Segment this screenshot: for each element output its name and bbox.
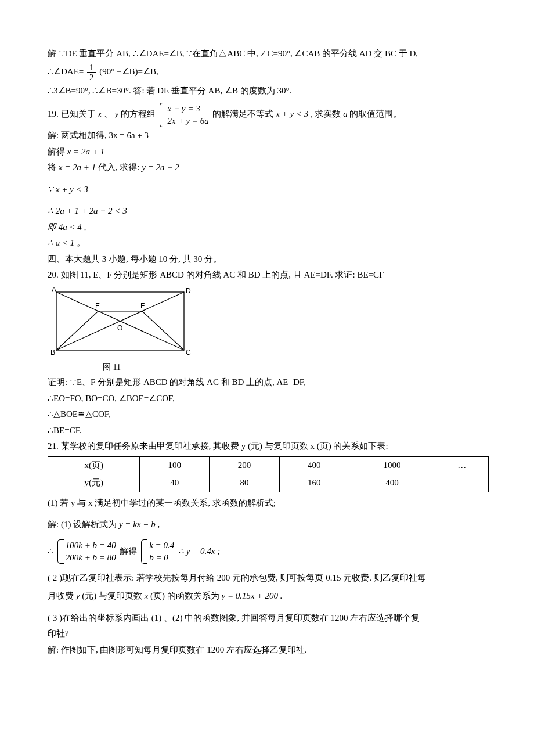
frac-num: 1 <box>87 63 96 73</box>
fraction-one-half: 1 2 <box>87 63 96 82</box>
sys-row1: x − y = 3 <box>168 103 209 115</box>
p21-q2b-b: (元) 与复印页数 <box>82 591 142 600</box>
p21-s3: 解: 作图如下, 由图形可知每月复印页数在 1200 左右应选择乙复印社. <box>48 643 489 658</box>
label-F: F <box>140 302 145 310</box>
p20-proof1: 证明: ∵E、F 分别是矩形 ABCD 的对角线 AC 和 BD 上的点, AE… <box>48 375 489 390</box>
p21-q2b-c: (页) 的函数关系为 <box>150 591 219 600</box>
cell: 400 <box>279 456 349 474</box>
var-x2: x <box>145 591 150 600</box>
label-E: E <box>95 302 100 310</box>
rectangle-diagram: A D B C E F O <box>48 285 193 361</box>
svg-line-3 <box>56 311 98 350</box>
frac-den: 2 <box>87 73 96 82</box>
cell: 400 <box>349 474 435 492</box>
p19-stem: 19. 已知关于 x 、 y 的方程组 x − y = 3 2x + y = 6… <box>48 103 489 127</box>
label-B: B <box>50 348 55 357</box>
p19-sol5: ∴ 2a + 1 + 2a − 2 < 3 <box>48 204 489 219</box>
p19-sol2: 解得 解得 x = 2a + 1x = 2a + 1 <box>48 145 489 160</box>
cell: 1000 <box>349 456 435 474</box>
cell: 200 <box>210 456 279 474</box>
p21-s1a: 解: (1) 设解析式为 <box>48 520 117 529</box>
cell: 160 <box>279 474 349 492</box>
p19-ineq: x + y < 3 <box>276 109 308 118</box>
var-x: x <box>98 109 102 118</box>
p18-l2a: ∴∠DAE= <box>48 67 84 76</box>
cell: … <box>435 456 489 474</box>
p19-stem-e: , 求实数 <box>311 109 341 118</box>
p21-mid: 解得 <box>120 546 137 556</box>
label-C: C <box>186 348 191 357</box>
p21-s1b: y = kx + b , <box>119 520 160 529</box>
p19-sol3-end: y = 2a − 2 <box>142 163 179 172</box>
p19-stem-a: 19. 已知关于 <box>48 109 96 118</box>
p19-sol3-mid: x = 2a + 1 <box>59 163 96 172</box>
section-4-header: 四、本大题共 3 小题, 每小题 10 分, 共 30 分。 <box>48 252 489 267</box>
cell: y(元) <box>48 474 140 492</box>
p21-concl: ∴ y = 0.4x ; <box>178 546 220 556</box>
p21-stem: 21. 某学校的复印任务原来由甲复印社承接, 其收费 y (元) 与复印页数 x… <box>48 439 489 454</box>
p21-system-line: ∴ 100k + b = 40 200k + b = 80 解得 k = 0.4… <box>48 539 489 564</box>
p21-q2b-eq: y = 0.15x + 200 . <box>222 591 283 600</box>
cell <box>435 474 489 492</box>
right-system: k = 0.4 b = 0 <box>141 539 174 564</box>
cell: 100 <box>140 456 210 474</box>
p20-proof3: ∴△BOE≌△COF, <box>48 407 489 422</box>
cell: 40 <box>140 474 210 492</box>
svg-line-4 <box>142 311 184 350</box>
sysL-r2: 200k + b = 80 <box>66 552 116 564</box>
label-A: A <box>52 286 56 294</box>
p18-line2: ∴∠DAE= 1 2 (90° −∠B)=∠B, <box>48 63 489 82</box>
var-y2: y <box>76 591 82 600</box>
p19-stem-f: 的取值范围。 <box>349 109 402 118</box>
var-y: y <box>114 109 118 118</box>
label-O: O <box>117 324 122 332</box>
p18-l2b: (90° −∠B)=∠B, <box>99 67 158 76</box>
p19-stem-b: 、 <box>104 109 113 118</box>
p18-line1: 解 ∵DE 垂直平分 AB, ∴∠DAE=∠B, ∵在直角△ABC 中, ∠C=… <box>48 46 489 62</box>
label-D: D <box>186 287 191 295</box>
p19-sol4: ∵ x + y < 3 <box>48 182 489 197</box>
p19-sol1-text: 解: 两式相加得, 3x = 6a + 3 <box>48 131 149 140</box>
p21-q2a: ( 2 )现在乙复印社表示: 若学校先按每月付给 200 元的承包费, 则可按每… <box>48 571 489 586</box>
cell: x(页) <box>48 456 140 474</box>
p20-stem: 20. 如图 11, E、F 分别是矩形 ABCD 的对角线 AC 和 BD 上… <box>48 268 489 283</box>
p20-proof2: ∴EO=FO, BO=CO, ∠BOE=∠COF, <box>48 391 489 406</box>
table-row: x(页) 100 200 400 1000 … <box>48 456 489 474</box>
equation-system: x − y = 3 2x + y = 6a <box>160 103 209 127</box>
sys-row2: 2x + y = 6a <box>168 115 209 127</box>
sysR-r1: k = 0.4 <box>149 539 174 552</box>
p21-q2b-a: 月收费 <box>48 591 74 600</box>
p19-stem-d: 的解满足不等式 <box>212 109 273 118</box>
p19-sol6-text: 即 4a < 4 , <box>48 222 86 232</box>
p18-line3: ∴3∠B=90°, ∴∠B=30°. 答: 若 DE 垂直平分 AB, ∠B 的… <box>48 84 489 99</box>
p19-sol1: 解: 两式相加得, 3x = 6a + 3 <box>48 128 489 143</box>
var-a: a <box>343 109 348 118</box>
p21-q3a: ( 3 )在给出的坐标系内画出 (1) 、(2) 中的函数图象, 并回答每月复印… <box>48 611 489 626</box>
p21-s1: 解: (1) 设解析式为 y = kx + b , <box>48 517 489 532</box>
cell: 80 <box>210 474 279 492</box>
sysL-r1: 100k + b = 40 <box>66 539 116 552</box>
p19-sol7-text: ∴ a < 1 。 <box>48 238 85 247</box>
sysR-r2: b = 0 <box>149 552 174 564</box>
p19-sol3: 将 x = 2a + 1 代入, 求得: y = 2a − 2 <box>48 160 489 175</box>
p21-q3b: 印社? <box>48 627 489 642</box>
p20-proof4: ∴BE=CF. <box>48 423 489 438</box>
figure-caption: 图 11 <box>103 361 489 375</box>
left-system: 100k + b = 40 200k + b = 80 <box>57 539 116 564</box>
p19-sol3a: 将 <box>48 163 56 172</box>
p19-sol3b: 代入, 求得: <box>98 163 142 172</box>
p21-q1: (1) 若 y 与 x 满足初中学过的某一函数关系, 求函数的解析式; <box>48 496 489 511</box>
price-table: x(页) 100 200 400 1000 … y(元) 40 80 160 4… <box>48 456 489 492</box>
table-row: y(元) 40 80 160 400 <box>48 474 489 492</box>
p19-sol7: ∴ a < 1 。 <box>48 236 489 251</box>
p19-sol6: 即 4a < 4 , <box>48 220 489 235</box>
p19-stem-c: 的方程组 <box>121 109 156 118</box>
p21-q2b: 月收费 y (元) 与复印页数 x (页) 的函数关系为 y = 0.15x +… <box>48 589 489 604</box>
